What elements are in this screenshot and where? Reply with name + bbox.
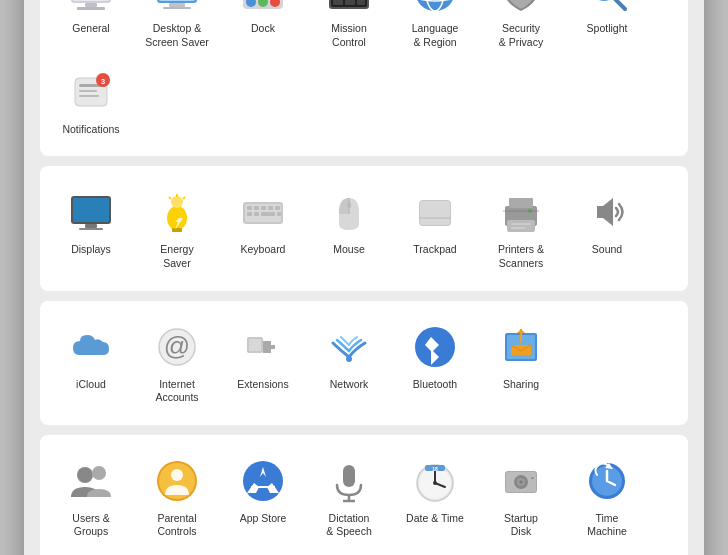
pref-keyboard[interactable]: Keyboard — [222, 180, 304, 276]
svg-rect-7 — [77, 7, 105, 10]
keyboard-label: Keyboard — [241, 243, 286, 257]
spotlight-icon — [581, 0, 633, 17]
mouse-label: Mouse — [333, 243, 365, 257]
pref-dictation[interactable]: Dictation& Speech — [308, 449, 390, 545]
extensions-label: Extensions — [237, 378, 288, 392]
pref-displays[interactable]: Displays — [50, 180, 132, 276]
datetime-label: Date & Time — [406, 512, 464, 526]
pref-printers[interactable]: Printers &Scanners — [480, 180, 562, 276]
pref-users[interactable]: Users &Groups — [50, 449, 132, 545]
svg-rect-76 — [507, 220, 535, 232]
pref-parental[interactable]: ParentalControls — [136, 449, 218, 545]
pref-network[interactable]: Network — [308, 315, 390, 411]
pref-sharing[interactable]: Sharing — [480, 315, 562, 411]
svg-rect-28 — [357, 0, 365, 5]
pref-spotlight[interactable]: Spotlight — [566, 0, 648, 56]
pref-icloud[interactable]: iCloud — [50, 315, 132, 411]
svg-point-104 — [433, 481, 437, 485]
personal-section: General Desktop &Screen Saver — [40, 0, 688, 156]
notifications-icon: 3 — [65, 66, 117, 118]
svg-rect-65 — [254, 212, 259, 216]
extensions-icon — [237, 321, 289, 373]
pref-dock[interactable]: Dock — [222, 0, 304, 56]
internet-section: iCloud @ InternetAccounts — [40, 301, 688, 425]
pref-datetime[interactable]: 18 Date & Time — [394, 449, 476, 545]
pref-general[interactable]: General — [50, 0, 132, 56]
time-machine-label: TimeMachine — [587, 512, 627, 539]
internet-accounts-icon: @ — [151, 321, 203, 373]
svg-text:@: @ — [164, 331, 190, 361]
dictation-icon — [323, 455, 375, 507]
svg-line-56 — [169, 197, 171, 199]
printers-label: Printers &Scanners — [498, 243, 544, 270]
svg-rect-49 — [79, 228, 103, 230]
mission-control-icon — [323, 0, 375, 17]
icloud-label: iCloud — [76, 378, 106, 392]
parental-controls-icon — [151, 455, 203, 507]
desktop-label: Desktop &Screen Saver — [145, 22, 209, 49]
pref-internet-accounts[interactable]: @ InternetAccounts — [136, 315, 218, 411]
system-section: Users &Groups ParentalControls — [40, 435, 688, 555]
users-icon — [65, 455, 117, 507]
pref-sound[interactable]: Sound — [566, 180, 648, 276]
pref-time-machine[interactable]: TimeMachine — [566, 449, 648, 545]
mission-control-label: MissionControl — [331, 22, 367, 49]
security-icon — [495, 0, 547, 17]
svg-rect-80 — [503, 210, 539, 212]
pref-mouse[interactable]: Mouse — [308, 180, 390, 276]
pref-mission[interactable]: MissionControl — [308, 0, 390, 56]
icloud-icon — [65, 321, 117, 373]
displays-label: Displays — [71, 243, 111, 257]
pref-extensions[interactable]: Extensions — [222, 315, 304, 411]
svg-rect-42 — [79, 95, 99, 97]
trackpad-label: Trackpad — [413, 243, 456, 257]
pref-energy[interactable]: EnergySaver — [136, 180, 218, 276]
keyboard-icon — [237, 186, 289, 238]
svg-point-90 — [77, 467, 93, 483]
system-preferences-window: ‹ › System Preferences 🔍 ✕ — [24, 0, 704, 555]
datetime-icon: 18 — [409, 455, 461, 507]
pref-notifications[interactable]: 3 Notifications — [50, 60, 132, 143]
svg-rect-60 — [254, 206, 259, 210]
appstore-icon — [237, 455, 289, 507]
dictation-label: Dictation& Speech — [326, 512, 372, 539]
svg-rect-62 — [268, 206, 273, 210]
spotlight-label: Spotlight — [587, 22, 628, 36]
svg-rect-14 — [163, 7, 191, 9]
svg-rect-63 — [275, 206, 280, 210]
svg-text:3: 3 — [101, 77, 106, 86]
svg-rect-69 — [347, 202, 351, 208]
printers-icon — [495, 186, 547, 238]
sharing-label: Sharing — [503, 378, 539, 392]
preferences-content: General Desktop &Screen Saver — [24, 0, 704, 555]
energy-saver-icon — [151, 186, 203, 238]
svg-rect-52 — [172, 228, 182, 232]
svg-line-36 — [614, 0, 625, 9]
pref-accessibility[interactable]: Accessibility — [50, 549, 132, 555]
svg-rect-9 — [159, 0, 195, 1]
time-machine-icon — [581, 455, 633, 507]
svg-rect-112 — [531, 477, 534, 479]
internet-accounts-label: InternetAccounts — [155, 378, 198, 405]
pref-desktop[interactable]: Desktop &Screen Saver — [136, 0, 218, 56]
general-label: General — [72, 22, 109, 36]
svg-line-55 — [183, 197, 185, 199]
pref-startup[interactable]: StartupDisk — [480, 449, 562, 545]
trackpad-icon — [409, 186, 461, 238]
svg-point-91 — [92, 466, 106, 480]
sharing-icon — [495, 321, 547, 373]
pref-security[interactable]: Security& Privacy — [480, 0, 562, 56]
svg-rect-6 — [85, 3, 97, 7]
bluetooth-icon — [409, 321, 461, 373]
pref-language[interactable]: Language& Region — [394, 0, 476, 56]
startup-disk-label: StartupDisk — [504, 512, 538, 539]
pref-bluetooth[interactable]: Bluetooth — [394, 315, 476, 411]
pref-appstore[interactable]: App Store — [222, 449, 304, 545]
displays-icon — [65, 186, 117, 238]
svg-rect-84 — [249, 339, 261, 351]
pref-trackpad[interactable]: Trackpad — [394, 180, 476, 276]
svg-rect-47 — [73, 198, 109, 222]
desktop-icon — [151, 0, 203, 17]
svg-rect-77 — [511, 223, 531, 225]
svg-text:18: 18 — [432, 465, 438, 471]
